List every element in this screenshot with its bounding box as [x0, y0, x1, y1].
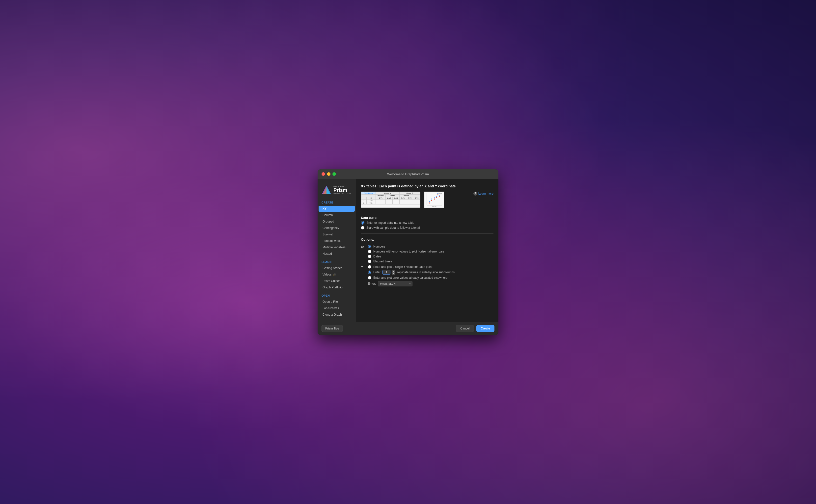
radio-numbers-label: Numbers	[373, 245, 385, 248]
sidebar-item-nested[interactable]: Nested	[318, 251, 355, 257]
table-subheader-minutes: Minutes	[375, 194, 385, 197]
table-subheader-extra	[413, 194, 420, 197]
sidebar-item-multiple-variables[interactable]: Multiple variables	[318, 244, 355, 250]
x-options-group: Numbers Numbers with error values to plo…	[368, 245, 445, 263]
radio-error-calc-input[interactable]	[368, 276, 371, 279]
radio-error-calc-label: Enter and plot error values already calc…	[373, 276, 448, 279]
close-button[interactable]	[321, 172, 325, 176]
sidebar-item-contingency[interactable]: Contingency	[318, 225, 355, 231]
sidebar-item-clone-graph[interactable]: Clone a Graph	[318, 312, 355, 318]
learn-more-area: ? Learn more	[448, 192, 494, 196]
radio-single-y[interactable]: Enter and plot a single Y value for each…	[368, 265, 455, 269]
create-section-label: CREATE	[317, 200, 356, 205]
sidebar-item-parts-of-whole[interactable]: Parts of whole	[318, 238, 355, 244]
replicate-row: ▲ ▼	[382, 270, 395, 275]
radio-error-calc[interactable]: Enter and plot error values already calc…	[368, 276, 455, 279]
maximize-button[interactable]	[332, 172, 336, 176]
data-table-section: Data table: Enter or import data into a …	[361, 216, 494, 229]
stepper-down[interactable]: ▼	[392, 272, 395, 275]
svg-rect-19	[434, 199, 435, 200]
window-controls	[321, 172, 336, 176]
radio-replicate-input[interactable]	[368, 271, 371, 274]
version-label: Version 10.2.0 (333)	[333, 193, 351, 195]
table-header-format: Table format	[361, 192, 376, 194]
table-col-by1: B:Y1	[399, 197, 406, 199]
radio-dates[interactable]: Dates	[368, 255, 445, 258]
radio-new-table[interactable]: Enter or import data into a new table	[361, 221, 494, 225]
radio-elapsed-label: Elapsed times	[373, 260, 392, 263]
table-row: 2 Title	[361, 202, 420, 204]
replicate-input[interactable]	[382, 270, 390, 275]
radio-numbers[interactable]: Numbers	[368, 245, 445, 248]
svg-point-12	[436, 196, 437, 197]
table-col-by2: B:Y2	[406, 197, 413, 199]
radio-replicate[interactable]: Enter ▲ ▼ replicate values in side-by-si…	[368, 270, 455, 275]
table-col-ay2: A:Y2	[386, 197, 392, 199]
divider-1	[317, 257, 356, 259]
enter-dropdown[interactable]: Mean, SD, N Mean, SEM, N Mean, CV, N Med…	[378, 281, 413, 286]
x-options-row: X: Numbers Numbers with error values to …	[361, 245, 494, 263]
table-row: 1 Title	[361, 199, 420, 202]
radio-dates-input[interactable]	[368, 255, 371, 258]
radio-single-y-input[interactable]	[368, 265, 371, 269]
radio-numbers-input[interactable]	[368, 245, 371, 248]
logo-area: GraphPad Prism Version 10.2.0 (333)	[317, 183, 356, 200]
table-col-x: X	[366, 197, 375, 199]
sidebar-item-column[interactable]: Column	[318, 212, 355, 218]
dropdown-wrapper: Mean, SD, N Mean, SEM, N Mean, CV, N Med…	[378, 281, 413, 286]
data-table-title: Data table:	[361, 216, 494, 220]
help-icon: ?	[474, 192, 478, 196]
stepper-up[interactable]: ▲	[392, 270, 395, 272]
svg-text:Treated: Treated	[439, 194, 442, 196]
window-title: Welcome to GraphPad Prism	[387, 172, 429, 176]
prism-label: Prism	[333, 188, 351, 193]
radio-enter-label: Enter	[373, 271, 380, 274]
radio-numbers-error-input[interactable]	[368, 250, 371, 253]
sidebar-item-grouped[interactable]: Grouped	[318, 219, 355, 225]
table-header-group-b: Group B	[399, 192, 420, 194]
radio-sample-data-input[interactable]	[361, 226, 364, 229]
divider-after-preview	[361, 212, 494, 212]
sidebar-item-getting-started[interactable]: Getting Started	[318, 265, 355, 271]
sidebar-item-xy[interactable]: XY	[318, 206, 355, 212]
radio-elapsed-input[interactable]	[368, 260, 371, 263]
sidebar-item-labarchives[interactable]: LabArchives	[318, 305, 355, 311]
footer-right: Cancel Create	[456, 325, 495, 332]
radio-new-table-input[interactable]	[361, 221, 364, 225]
radio-numbers-error-label: Numbers with error values to plot horizo…	[373, 250, 445, 253]
svg-point-23	[438, 193, 438, 194]
y-options-group: Enter and plot a single Y value for each…	[368, 265, 455, 286]
learn-more-button[interactable]: ? Learn more	[474, 192, 494, 196]
x-label: X:	[361, 245, 366, 249]
radio-numbers-error[interactable]: Numbers with error values to plot horizo…	[368, 250, 445, 253]
enter-row: Enter: Mean, SD, N Mean, SEM, N Mean, CV…	[368, 281, 455, 286]
radio-sample-data[interactable]: Start with sample data to follow a tutor…	[361, 226, 494, 229]
sidebar-item-open-file[interactable]: Open a File	[318, 299, 355, 305]
svg-rect-20	[436, 197, 437, 198]
radio-replicate-label: replicate values in side-by-side subcolu…	[397, 271, 455, 274]
sidebar-item-graph-portfolio[interactable]: Graph Portfolio	[318, 284, 355, 290]
learn-section-label: LEARN	[317, 259, 356, 265]
table-col-by3: B:Y3	[413, 197, 420, 199]
videos-label: Videos	[322, 273, 331, 276]
sidebar-item-prism-guides[interactable]: Prism Guides	[318, 278, 355, 284]
create-button[interactable]: Create	[477, 325, 495, 332]
options-title: Options:	[361, 238, 494, 241]
replicate-stepper[interactable]: ▲ ▼	[392, 270, 395, 275]
sidebar: GraphPad Prism Version 10.2.0 (333) CREA…	[317, 179, 356, 322]
cancel-button[interactable]: Cancel	[456, 325, 474, 332]
radio-dates-label: Dates	[373, 255, 381, 258]
sidebar-item-survival[interactable]: Survival	[318, 231, 355, 237]
table-col-ay1: A:Y1	[375, 197, 385, 199]
y-label: Y:	[361, 266, 366, 269]
divider-after-data-table	[361, 233, 494, 234]
table-subheader-xy: XY	[361, 194, 376, 197]
prism-tips-button[interactable]: Prism Tips	[321, 325, 343, 332]
radio-elapsed[interactable]: Elapsed times	[368, 260, 445, 263]
minimize-button[interactable]	[327, 172, 330, 176]
content-area: GraphPad Prism Version 10.2.0 (333) CREA…	[317, 179, 499, 322]
sidebar-item-videos[interactable]: Videos 🎓	[318, 272, 355, 277]
learn-more-label: Learn more	[478, 192, 494, 195]
main-window: Welcome to GraphPad Prism GraphPad Prism…	[317, 169, 499, 335]
logo-text: GraphPad Prism Version 10.2.0 (333)	[333, 185, 351, 195]
